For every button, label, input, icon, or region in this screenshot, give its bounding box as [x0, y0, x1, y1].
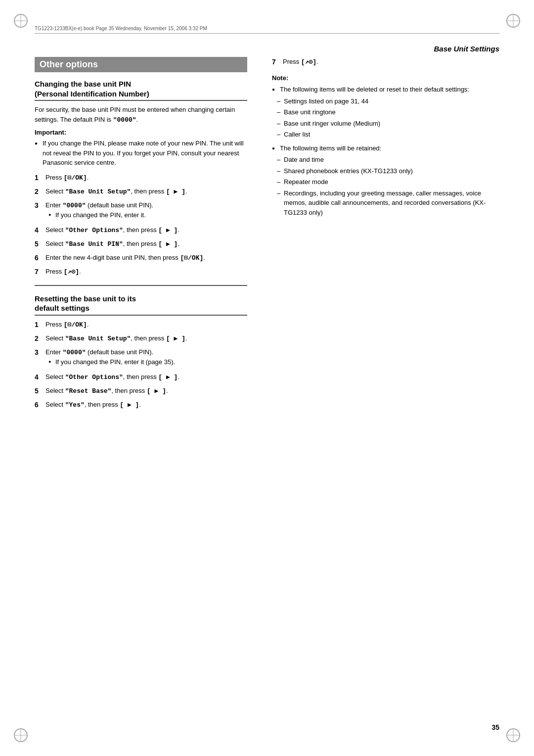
retained-item-4: Recordings, including your greeting mess…	[272, 189, 499, 218]
corner-mark-br	[506, 728, 520, 742]
section2-steps: 1 Press [⊟/OK]. 2 Select "Base Unit Setu…	[35, 320, 247, 410]
step-1-4: 4 Select "Other Options", then press [ ▶…	[35, 225, 247, 236]
step-1-5: 5 Select "Base Unit PIN", then press [ ▶…	[35, 239, 247, 249]
left-column: Other options Changing the base unit PIN…	[35, 40, 262, 716]
note-bullet-deleted: The following items will be deleted or r…	[272, 85, 499, 94]
right-column: 7 Press [↗⊙]. Note: The following items …	[262, 40, 499, 716]
deleted-item-4: Caller list	[272, 130, 499, 140]
section-divider	[35, 285, 247, 286]
step-1-3: 3 Enter "0000" (default base unit PIN). …	[35, 200, 247, 222]
step-1-6: 6 Enter the new 4-digit base unit PIN, t…	[35, 253, 247, 263]
meta-line: TG1223-1233BX(e-e).book Page 35 Wednesda…	[35, 26, 499, 34]
section1-heading: Changing the base unit PIN (Personal Ide…	[35, 79, 247, 101]
step-2-5: 5 Select "Reset Base", then press [ ▶ ].	[35, 386, 247, 396]
step-right-7: 7 Press [↗⊙].	[272, 57, 499, 67]
retained-item-1: Date and time	[272, 155, 499, 165]
corner-mark-tr	[506, 14, 520, 28]
content-area: Other options Changing the base unit PIN…	[35, 40, 499, 716]
important-label: Important:	[35, 129, 247, 136]
deleted-item-2: Base unit ringtone	[272, 107, 499, 117]
step-1-2: 2 Select "Base Unit Setup", then press […	[35, 187, 247, 197]
step-1-7: 7 Press [↗⊙].	[35, 267, 247, 277]
step-2-2: 2 Select "Base Unit Setup", then press […	[35, 333, 247, 344]
retained-item-3: Repeater mode	[272, 177, 499, 187]
step-1-3-sub: If you changed the PIN, enter it.	[45, 210, 153, 220]
deleted-item-3: Base unit ringer volume (Medium)	[272, 119, 499, 129]
section1-body: For security, the base unit PIN must be …	[35, 105, 247, 125]
note-section: Note: The following items will be delete…	[272, 74, 499, 217]
step-1-1: 1 Press [⊟/OK].	[35, 173, 247, 183]
section2-heading: Resetting the base unit to its default s…	[35, 294, 247, 316]
section1-steps: 1 Press [⊟/OK]. 2 Select "Base Unit Setu…	[35, 173, 247, 277]
corner-mark-bl	[14, 728, 28, 742]
deleted-item-1: Settings listed on page 31, 44	[272, 96, 499, 106]
page-container: TG1223-1233BX(e-e).book Page 35 Wednesda…	[0, 0, 534, 756]
note-bullet-retained: The following items will be retained:	[272, 143, 499, 153]
step-2-6: 6 Select "Yes", then press [ ▶ ].	[35, 400, 247, 410]
important-bullet-1: If you change the PIN, please make note …	[35, 139, 247, 168]
page-number: 35	[491, 723, 499, 731]
corner-mark-tl	[14, 14, 28, 28]
step-2-1: 1 Press [⊟/OK].	[35, 320, 247, 330]
main-heading: Other options	[35, 57, 247, 72]
step-2-3-sub: If you changed the PIN, enter it (page 3…	[45, 357, 175, 367]
step-2-4: 4 Select "Other Options", then press [ ▶…	[35, 372, 247, 382]
note-label: Note:	[272, 74, 499, 82]
retained-item-2: Shared phonebook entries (KX-TG1233 only…	[272, 166, 499, 176]
step-2-3: 3 Enter "0000" (default base unit PIN). …	[35, 347, 247, 369]
meta-text: TG1223-1233BX(e-e).book Page 35 Wednesda…	[35, 26, 207, 31]
